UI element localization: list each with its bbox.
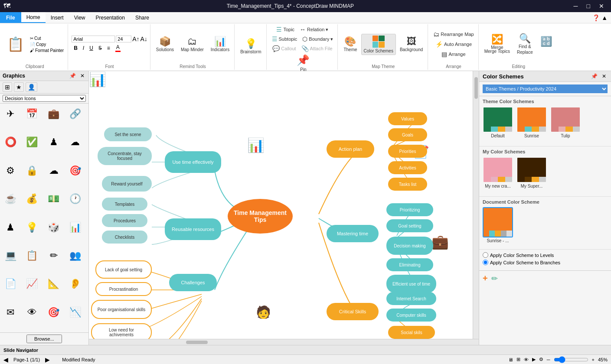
rearrange-map-button[interactable]: 🗂 Rearrange Map xyxy=(431,30,475,39)
help-icon[interactable]: ❓ xyxy=(592,14,600,21)
vertical-scrollbar[interactable] xyxy=(473,71,479,339)
edit-scheme-button[interactable]: ✏ xyxy=(491,273,498,283)
strikethrough-button[interactable]: S̶ xyxy=(96,44,104,52)
graphics-item[interactable]: 📄 xyxy=(2,275,19,292)
node-procedures[interactable]: Procedures xyxy=(102,214,147,227)
node-prioritizing[interactable]: Prioritizing xyxy=(386,203,433,216)
map-minder-button[interactable]: 🗂 Map Minder xyxy=(179,36,206,53)
underline-button[interactable]: U xyxy=(87,44,95,52)
node-templates[interactable]: Templates xyxy=(102,198,147,211)
graphics-item[interactable]: ⚙ xyxy=(2,162,19,179)
horizontal-scrollbar[interactable] xyxy=(89,339,479,345)
apply-to-branches-option[interactable]: Apply Color Scheme to Branches xyxy=(483,260,608,265)
abc-button[interactable]: 🔡 xyxy=(538,36,555,53)
graphics-item[interactable]: 🕐 xyxy=(66,190,84,208)
background-button[interactable]: 🖼 Background xyxy=(398,36,425,53)
attach-file-button[interactable]: 📎 Attach File xyxy=(300,44,334,53)
node-goal-setting[interactable]: Goal setting xyxy=(386,219,433,232)
presentation-menu[interactable]: Presentation xyxy=(91,12,130,23)
node-social-skills[interactable]: Social skils xyxy=(388,326,435,339)
font-color-button[interactable]: A xyxy=(113,43,123,53)
scroll-thumb-h[interactable] xyxy=(186,341,208,344)
node-eliminating[interactable]: Eliminating xyxy=(386,258,433,271)
color-schemes-button[interactable]: Color Schemes xyxy=(361,34,396,55)
grow-font-button[interactable]: A↑ xyxy=(132,36,139,42)
callout-button[interactable]: 💬 Callout xyxy=(271,44,297,53)
font-family-input[interactable] xyxy=(72,36,115,42)
node-lack-goal[interactable]: Lack of goal setting xyxy=(95,260,152,279)
graphics-item[interactable]: ✉ xyxy=(2,304,19,321)
graphics-item[interactable]: 💻 xyxy=(2,247,19,264)
graphics-item[interactable]: 🔒 xyxy=(23,162,41,179)
add-scheme-button[interactable]: + xyxy=(483,273,488,283)
graphics-item[interactable]: ✅ xyxy=(23,133,41,151)
node-critical-skills[interactable]: Critical Skills xyxy=(327,303,379,320)
node-mastering-time[interactable]: Mastering time xyxy=(327,225,379,242)
node-computer-skills[interactable]: Computer skills xyxy=(386,309,436,322)
apply-to-levels-option[interactable]: Apply Color Scheme to Levels xyxy=(483,252,608,258)
theme-button[interactable]: 🎨 Theme xyxy=(341,36,359,53)
graphics-category-select[interactable]: Decision Icons xyxy=(3,95,86,102)
copy-button[interactable]: 📄 Copy xyxy=(29,42,65,47)
graphics-item[interactable]: 📈 xyxy=(23,275,41,292)
graphics-pin-button[interactable]: 📌 xyxy=(68,72,77,79)
maximize-button[interactable]: □ xyxy=(583,2,594,10)
graphics-item[interactable]: 👁 xyxy=(23,304,41,321)
cut-button[interactable]: ✂ Cut xyxy=(29,36,65,41)
zoom-out-button[interactable]: ─ xyxy=(547,357,550,362)
auto-arrange-button[interactable]: ⚡ Auto Arrange xyxy=(434,40,474,49)
default-swatch[interactable]: Default xyxy=(483,107,513,138)
topic-button[interactable]: ☰ Topic xyxy=(274,25,296,34)
graphics-item[interactable]: 💼 xyxy=(45,105,62,123)
node-goals[interactable]: Goals xyxy=(388,128,427,141)
next-page-button[interactable]: ▶ xyxy=(45,356,50,363)
minimize-button[interactable]: ─ xyxy=(570,2,582,10)
brainstorm-button[interactable]: 💡 Brainstorm xyxy=(238,38,263,55)
color-schemes-pin-button[interactable]: 📌 xyxy=(590,73,599,80)
share-menu[interactable]: Share xyxy=(130,12,154,23)
insert-menu[interactable]: Insert xyxy=(46,12,69,23)
apply-levels-radio[interactable] xyxy=(483,252,488,258)
boundary-button[interactable]: ⬡ Boundary ▾ xyxy=(301,35,335,43)
graphics-item[interactable]: 📋 xyxy=(23,247,41,264)
home-menu[interactable]: Home xyxy=(21,12,46,23)
color-schemes-close-button[interactable]: ✕ xyxy=(601,73,608,80)
graphics-item[interactable]: 💡 xyxy=(23,219,41,236)
sunrise-swatch[interactable]: Sunrise xyxy=(516,107,547,138)
paste-button[interactable]: 📋 xyxy=(4,35,27,53)
close-button[interactable]: ✕ xyxy=(595,2,608,10)
node-procrastination[interactable]: Procrastination xyxy=(95,282,152,296)
graphics-item[interactable]: ✈ xyxy=(2,105,19,123)
graphics-item[interactable]: 📅 xyxy=(23,105,41,123)
node-checklists[interactable]: Checklists xyxy=(102,231,147,244)
node-use-time[interactable]: Use time effectively xyxy=(165,151,221,173)
graphics-close-button[interactable]: ✕ xyxy=(79,72,86,79)
node-internet-search[interactable]: Internet Search xyxy=(386,292,436,305)
cs-theme-dropdown[interactable]: Basic Themes / Productivity 2024 xyxy=(483,84,608,93)
zoom-in-button[interactable]: + xyxy=(592,357,595,362)
prev-page-button[interactable]: ◀ xyxy=(3,356,8,363)
graphics-item[interactable]: ✏ xyxy=(45,247,62,264)
node-concentrate[interactable]: Concentrate, stay focused xyxy=(98,147,152,165)
node-decision-making[interactable]: Decision making xyxy=(386,237,433,255)
graphics-item[interactable]: ♟ xyxy=(2,219,19,236)
canvas-area[interactable]: 📊 📊 📝 📅 🧑 💼 ✨ Time Management Tips Use t… xyxy=(89,71,479,345)
node-values[interactable]: Values xyxy=(388,112,427,125)
my-new-swatch[interactable]: My new cra... xyxy=(483,157,513,188)
file-menu[interactable]: File xyxy=(0,12,21,23)
graphics-item[interactable]: ♟ xyxy=(45,133,62,151)
browse-button[interactable]: Browse... xyxy=(26,335,62,343)
graphics-item[interactable]: 💰 xyxy=(23,190,41,208)
bold-button[interactable]: B xyxy=(72,44,80,52)
settings-icon[interactable]: ⚙ xyxy=(539,357,543,362)
scroll-thumb-v[interactable] xyxy=(474,77,478,99)
graphics-item[interactable]: 🎲 xyxy=(45,219,62,236)
shrink-font-button[interactable]: A↓ xyxy=(140,36,147,42)
solutions-button[interactable]: 📦 Solutions xyxy=(154,36,176,53)
node-reward[interactable]: Reward yourself xyxy=(102,176,152,192)
my-super-swatch[interactable]: My Super... xyxy=(516,157,547,188)
play-icon[interactable]: ▶ xyxy=(532,357,536,362)
collapse-icon[interactable]: ▲ xyxy=(601,14,608,21)
graphics-item[interactable]: 👥 xyxy=(66,247,84,264)
node-action-plan[interactable]: Action plan xyxy=(327,140,374,158)
